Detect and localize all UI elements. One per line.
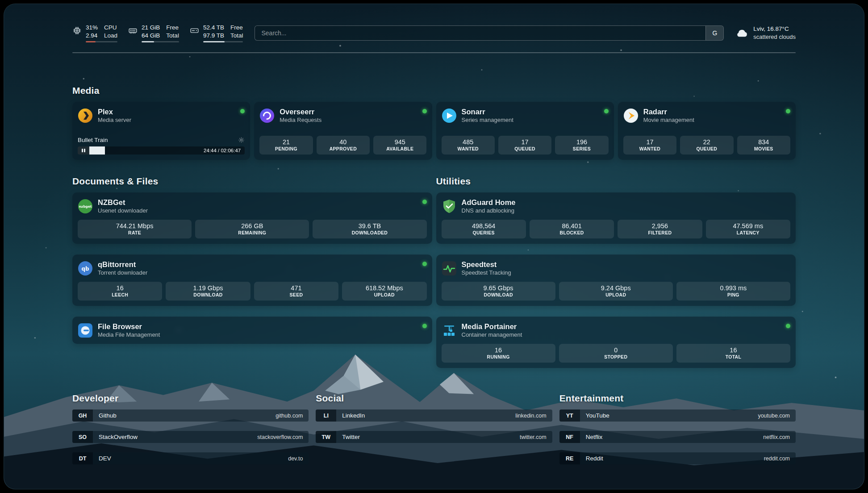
app-description: Container management [462,331,522,338]
stat-leech: 16 LEECH [78,282,162,301]
app-card-overseerr[interactable]: Overseerr Media Requests 21 PENDING 40 A… [254,102,432,160]
stat-ping: 0.993 ms PING [676,282,790,301]
memory-icon [128,26,138,35]
gear-icon[interactable] [238,137,245,143]
bookmark-netflix[interactable]: NF Netflix netflix.com [559,431,796,443]
stat-filtered: 2,956 FILTERED [618,220,702,238]
memory-free-label: Free [166,24,179,32]
topbar: 31% 2.94 CPU Load [72,24,796,42]
app-card-radarr[interactable]: Radarr Movie management 17 WANTED 22 QUE… [618,102,796,160]
pause-icon[interactable] [78,146,89,155]
sonarr-icon [442,108,457,123]
search-input[interactable] [255,26,705,40]
stat-running: 16 RUNNING [442,344,555,363]
section-developer: Developer GH Github github.com SO StackO… [72,393,309,464]
app-card-speedtest[interactable]: Speedtest Speedtest Tracking 9.65 Gbps D… [436,255,796,306]
cpu-percent-value: 31% [86,24,98,32]
bookmark-youtube[interactable]: YT YouTube youtube.com [559,409,796,422]
bookmark-name: StackOverflow [99,434,138,440]
bookmark-twitter[interactable]: TW Twitter twitter.com [316,431,552,443]
bookmark-name: DEV [99,455,111,462]
app-name: Plex [98,107,131,117]
bookmark-name: Twitter [342,434,360,440]
app-description: Media Requests [280,117,321,124]
bookmark-abbr: SO [72,431,93,443]
cpu-usage-widget: 31% 2.94 CPU Load [72,24,117,42]
status-online-dot [422,324,427,328]
app-card-nzbget[interactable]: nzbget NZBGet Usenet downloader 744.21 M… [72,192,432,244]
portainer-icon [442,323,457,338]
stat-seed: 471 SEED [254,282,338,301]
bookmark-linkedin[interactable]: LI LinkedIn linkedin.com [316,409,552,422]
stat-queries: 498,564 QUERIES [442,220,526,238]
stat-total: 16 TOTAL [676,344,790,363]
app-card-portainer[interactable]: Media Portainer Container management 16 … [436,317,796,368]
app-card-adguard[interactable]: AdGuard Home DNS and adblocking 498,564 … [436,192,796,244]
bookmark-name: LinkedIn [342,412,365,419]
bookmark-name: Github [99,412,117,419]
search-bar: G [255,25,724,41]
playback-time: 24:44 / 02:06:47 [204,148,241,153]
bookmark-abbr: LI [316,409,336,422]
cpu-load-value: 2.94 [86,32,98,40]
weather-widget: Lviv, 16.87°C scattered clouds [735,25,796,41]
bookmark-url: github.com [275,413,303,419]
filebrowser-icon [78,323,93,338]
app-name: Sonarr [462,107,513,117]
stat-download: 9.65 Gbps DOWNLOAD [442,282,555,301]
app-card-qbittorrent[interactable]: qb qBittorrent Torrent downloader 16 [72,255,432,306]
storage-total-label: Total [230,32,243,40]
bookmark-github[interactable]: GH Github github.com [72,409,309,422]
bookmark-stackoverflow[interactable]: SO StackOverflow stackoverflow.com [72,431,309,443]
app-name: File Browser [98,322,160,331]
stat-queued: 17 QUEUED [498,136,551,155]
stat-pending: 21 PENDING [259,136,313,155]
stat-remaining: 266 GB REMAINING [195,220,309,238]
bookmark-name: YouTube [586,412,609,419]
plex-progress-bar[interactable]: 24:44 / 02:06:47 [78,146,245,155]
stat-upload: 9.24 Gbps UPLOAD [559,282,673,301]
bookmark-url: dev.to [288,455,303,462]
bookmark-url: twitter.com [520,434,547,440]
status-online-dot [786,324,790,328]
app-card-plex[interactable]: Plex Media server Bullet Train [72,102,250,160]
cpu-usage-bar [86,41,117,42]
bookmark-name: Reddit [586,455,603,462]
bookmark-reddit[interactable]: RE Reddit reddit.com [559,452,796,464]
memory-usage-bar [142,41,179,42]
bookmark-url: linkedin.com [515,413,546,419]
memory-usage-widget: 21 GiB 64 GiB Free Total [128,24,179,42]
radarr-icon [623,108,638,123]
app-description: Series management [462,117,513,124]
cpu-label: CPU [104,24,117,32]
stat-available: 945 AVAILABLE [373,136,426,155]
svg-text:qb: qb [81,265,89,272]
bookmark-dev[interactable]: DT DEV dev.to [72,452,309,464]
stat-downloaded: 39.6 TB DOWNLOADED [313,220,426,238]
memory-usage-fill [142,41,154,42]
stat-queued: 22 QUEUED [680,136,733,155]
stat-movies: 834 MOVIES [737,136,790,155]
bookmark-name: Netflix [586,434,603,440]
storage-icon [190,26,199,35]
section-title-entertainment: Entertainment [559,393,796,404]
weather-condition: scattered clouds [753,33,796,41]
adguard-icon [442,199,457,214]
memory-free-value: 21 GiB [142,24,160,32]
section-social: Social LI LinkedIn linkedin.com TW Twitt… [316,393,552,443]
memory-total-label: Total [166,32,179,40]
bookmark-url: youtube.com [758,413,790,419]
storage-total-value: 97.9 TB [203,32,224,40]
status-online-dot [422,109,427,113]
app-card-sonarr[interactable]: Sonarr Series management 485 WANTED 17 Q… [436,102,614,160]
section-title-social: Social [316,393,552,404]
section-entertainment: Entertainment YT YouTube youtube.com NF … [559,393,796,464]
app-card-filebrowser[interactable]: File Browser Media File Management [72,317,432,344]
app-description: Movie management [643,117,694,124]
bookmark-abbr: DT [72,452,93,464]
section-media: Media Plex Media server Bullet [72,85,796,160]
bookmark-url: stackoverflow.com [257,434,303,440]
storage-readout: 52.4 TB 97.9 TB Free Total [203,24,243,42]
search-engine-button[interactable]: G [705,26,723,40]
weather-location: Lviv, 16.87°C [753,25,796,33]
